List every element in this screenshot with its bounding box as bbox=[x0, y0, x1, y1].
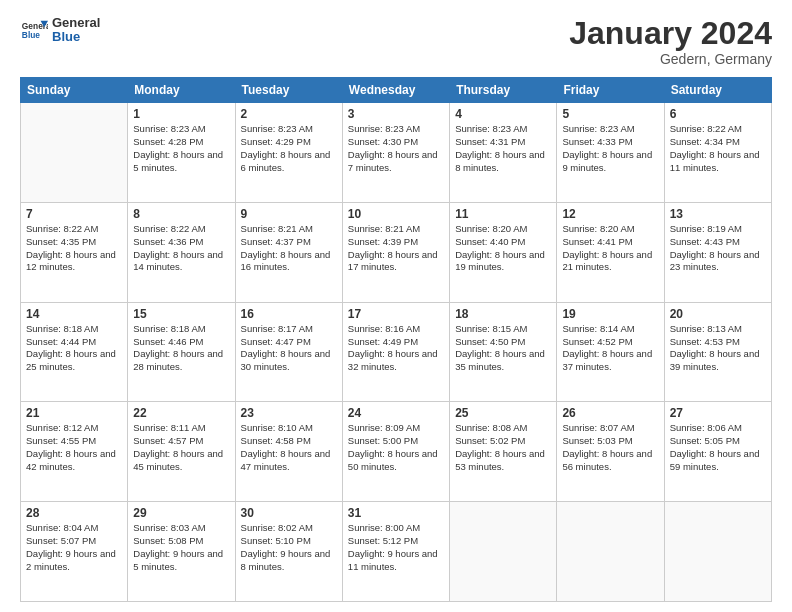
weekday-header: Thursday bbox=[450, 78, 557, 103]
day-info: Sunrise: 8:22 AM Sunset: 4:34 PM Dayligh… bbox=[670, 123, 766, 174]
logo: General Blue General Blue bbox=[20, 16, 100, 45]
day-number: 19 bbox=[562, 307, 658, 321]
day-info: Sunrise: 8:22 AM Sunset: 4:36 PM Dayligh… bbox=[133, 223, 229, 274]
day-number: 14 bbox=[26, 307, 122, 321]
day-number: 9 bbox=[241, 207, 337, 221]
calendar-day-cell: 11Sunrise: 8:20 AM Sunset: 4:40 PM Dayli… bbox=[450, 202, 557, 302]
calendar-day-cell: 9Sunrise: 8:21 AM Sunset: 4:37 PM Daylig… bbox=[235, 202, 342, 302]
day-info: Sunrise: 8:14 AM Sunset: 4:52 PM Dayligh… bbox=[562, 323, 658, 374]
day-info: Sunrise: 8:23 AM Sunset: 4:28 PM Dayligh… bbox=[133, 123, 229, 174]
day-number: 27 bbox=[670, 406, 766, 420]
day-info: Sunrise: 8:13 AM Sunset: 4:53 PM Dayligh… bbox=[670, 323, 766, 374]
title-block: January 2024 Gedern, Germany bbox=[569, 16, 772, 67]
day-number: 2 bbox=[241, 107, 337, 121]
day-info: Sunrise: 8:02 AM Sunset: 5:10 PM Dayligh… bbox=[241, 522, 337, 573]
day-number: 20 bbox=[670, 307, 766, 321]
calendar-day-cell: 17Sunrise: 8:16 AM Sunset: 4:49 PM Dayli… bbox=[342, 302, 449, 402]
day-number: 5 bbox=[562, 107, 658, 121]
calendar-day-cell bbox=[557, 502, 664, 602]
location: Gedern, Germany bbox=[569, 51, 772, 67]
calendar-week-row: 1Sunrise: 8:23 AM Sunset: 4:28 PM Daylig… bbox=[21, 103, 772, 203]
day-number: 11 bbox=[455, 207, 551, 221]
day-number: 1 bbox=[133, 107, 229, 121]
day-number: 31 bbox=[348, 506, 444, 520]
calendar-week-row: 7Sunrise: 8:22 AM Sunset: 4:35 PM Daylig… bbox=[21, 202, 772, 302]
calendar-day-cell: 5Sunrise: 8:23 AM Sunset: 4:33 PM Daylig… bbox=[557, 103, 664, 203]
calendar-page: General Blue General Blue January 2024 G… bbox=[0, 0, 792, 612]
day-number: 29 bbox=[133, 506, 229, 520]
day-info: Sunrise: 8:06 AM Sunset: 5:05 PM Dayligh… bbox=[670, 422, 766, 473]
day-info: Sunrise: 8:18 AM Sunset: 4:44 PM Dayligh… bbox=[26, 323, 122, 374]
day-info: Sunrise: 8:23 AM Sunset: 4:30 PM Dayligh… bbox=[348, 123, 444, 174]
day-number: 7 bbox=[26, 207, 122, 221]
day-number: 10 bbox=[348, 207, 444, 221]
calendar-day-cell: 23Sunrise: 8:10 AM Sunset: 4:58 PM Dayli… bbox=[235, 402, 342, 502]
day-number: 24 bbox=[348, 406, 444, 420]
calendar-day-cell: 2Sunrise: 8:23 AM Sunset: 4:29 PM Daylig… bbox=[235, 103, 342, 203]
calendar-day-cell: 24Sunrise: 8:09 AM Sunset: 5:00 PM Dayli… bbox=[342, 402, 449, 502]
day-number: 4 bbox=[455, 107, 551, 121]
calendar-week-row: 14Sunrise: 8:18 AM Sunset: 4:44 PM Dayli… bbox=[21, 302, 772, 402]
calendar-day-cell: 18Sunrise: 8:15 AM Sunset: 4:50 PM Dayli… bbox=[450, 302, 557, 402]
calendar-day-cell: 29Sunrise: 8:03 AM Sunset: 5:08 PM Dayli… bbox=[128, 502, 235, 602]
day-number: 28 bbox=[26, 506, 122, 520]
weekday-header: Monday bbox=[128, 78, 235, 103]
calendar-day-cell: 15Sunrise: 8:18 AM Sunset: 4:46 PM Dayli… bbox=[128, 302, 235, 402]
day-info: Sunrise: 8:19 AM Sunset: 4:43 PM Dayligh… bbox=[670, 223, 766, 274]
day-info: Sunrise: 8:09 AM Sunset: 5:00 PM Dayligh… bbox=[348, 422, 444, 473]
calendar-day-cell: 26Sunrise: 8:07 AM Sunset: 5:03 PM Dayli… bbox=[557, 402, 664, 502]
weekday-header: Saturday bbox=[664, 78, 771, 103]
day-number: 8 bbox=[133, 207, 229, 221]
calendar-week-row: 28Sunrise: 8:04 AM Sunset: 5:07 PM Dayli… bbox=[21, 502, 772, 602]
calendar-week-row: 21Sunrise: 8:12 AM Sunset: 4:55 PM Dayli… bbox=[21, 402, 772, 502]
day-info: Sunrise: 8:20 AM Sunset: 4:40 PM Dayligh… bbox=[455, 223, 551, 274]
logo-blue: Blue bbox=[52, 30, 100, 44]
calendar-day-cell bbox=[21, 103, 128, 203]
day-info: Sunrise: 8:04 AM Sunset: 5:07 PM Dayligh… bbox=[26, 522, 122, 573]
calendar-table: SundayMondayTuesdayWednesdayThursdayFrid… bbox=[20, 77, 772, 602]
calendar-day-cell: 16Sunrise: 8:17 AM Sunset: 4:47 PM Dayli… bbox=[235, 302, 342, 402]
day-info: Sunrise: 8:18 AM Sunset: 4:46 PM Dayligh… bbox=[133, 323, 229, 374]
weekday-header: Sunday bbox=[21, 78, 128, 103]
day-info: Sunrise: 8:07 AM Sunset: 5:03 PM Dayligh… bbox=[562, 422, 658, 473]
calendar-day-cell: 6Sunrise: 8:22 AM Sunset: 4:34 PM Daylig… bbox=[664, 103, 771, 203]
calendar-day-cell: 1Sunrise: 8:23 AM Sunset: 4:28 PM Daylig… bbox=[128, 103, 235, 203]
weekday-row: SundayMondayTuesdayWednesdayThursdayFrid… bbox=[21, 78, 772, 103]
day-info: Sunrise: 8:21 AM Sunset: 4:39 PM Dayligh… bbox=[348, 223, 444, 274]
calendar-day-cell: 4Sunrise: 8:23 AM Sunset: 4:31 PM Daylig… bbox=[450, 103, 557, 203]
calendar-header: SundayMondayTuesdayWednesdayThursdayFrid… bbox=[21, 78, 772, 103]
day-info: Sunrise: 8:23 AM Sunset: 4:29 PM Dayligh… bbox=[241, 123, 337, 174]
svg-text:Blue: Blue bbox=[22, 31, 40, 41]
calendar-day-cell: 19Sunrise: 8:14 AM Sunset: 4:52 PM Dayli… bbox=[557, 302, 664, 402]
day-info: Sunrise: 8:20 AM Sunset: 4:41 PM Dayligh… bbox=[562, 223, 658, 274]
weekday-header: Tuesday bbox=[235, 78, 342, 103]
weekday-header: Wednesday bbox=[342, 78, 449, 103]
calendar-day-cell: 8Sunrise: 8:22 AM Sunset: 4:36 PM Daylig… bbox=[128, 202, 235, 302]
header: General Blue General Blue January 2024 G… bbox=[20, 16, 772, 67]
calendar-day-cell bbox=[664, 502, 771, 602]
day-info: Sunrise: 8:17 AM Sunset: 4:47 PM Dayligh… bbox=[241, 323, 337, 374]
day-info: Sunrise: 8:15 AM Sunset: 4:50 PM Dayligh… bbox=[455, 323, 551, 374]
day-number: 17 bbox=[348, 307, 444, 321]
day-info: Sunrise: 8:12 AM Sunset: 4:55 PM Dayligh… bbox=[26, 422, 122, 473]
day-info: Sunrise: 8:23 AM Sunset: 4:31 PM Dayligh… bbox=[455, 123, 551, 174]
weekday-header: Friday bbox=[557, 78, 664, 103]
day-number: 13 bbox=[670, 207, 766, 221]
day-info: Sunrise: 8:22 AM Sunset: 4:35 PM Dayligh… bbox=[26, 223, 122, 274]
day-number: 23 bbox=[241, 406, 337, 420]
day-number: 18 bbox=[455, 307, 551, 321]
calendar-day-cell: 14Sunrise: 8:18 AM Sunset: 4:44 PM Dayli… bbox=[21, 302, 128, 402]
day-info: Sunrise: 8:10 AM Sunset: 4:58 PM Dayligh… bbox=[241, 422, 337, 473]
day-number: 30 bbox=[241, 506, 337, 520]
calendar-body: 1Sunrise: 8:23 AM Sunset: 4:28 PM Daylig… bbox=[21, 103, 772, 602]
calendar-day-cell: 30Sunrise: 8:02 AM Sunset: 5:10 PM Dayli… bbox=[235, 502, 342, 602]
day-number: 6 bbox=[670, 107, 766, 121]
logo-icon: General Blue bbox=[20, 16, 48, 44]
day-number: 12 bbox=[562, 207, 658, 221]
day-number: 16 bbox=[241, 307, 337, 321]
day-number: 15 bbox=[133, 307, 229, 321]
calendar-day-cell: 10Sunrise: 8:21 AM Sunset: 4:39 PM Dayli… bbox=[342, 202, 449, 302]
calendar-day-cell: 31Sunrise: 8:00 AM Sunset: 5:12 PM Dayli… bbox=[342, 502, 449, 602]
calendar-day-cell bbox=[450, 502, 557, 602]
day-number: 26 bbox=[562, 406, 658, 420]
